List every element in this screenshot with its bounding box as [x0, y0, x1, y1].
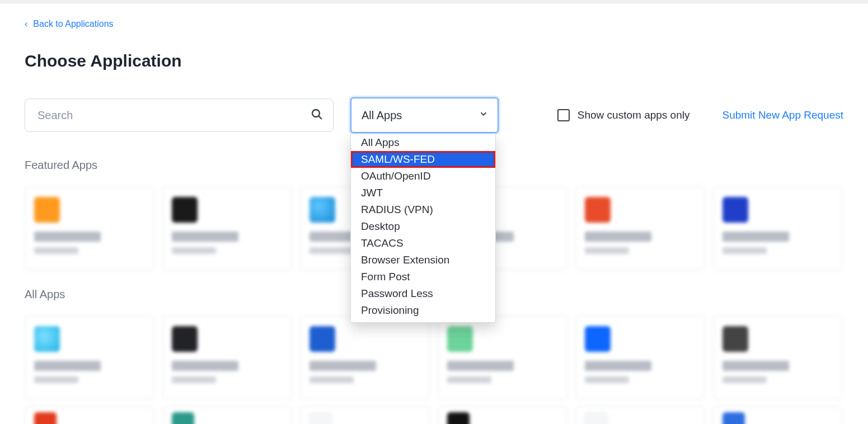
app-name: [172, 232, 238, 242]
app-card[interactable]: [162, 186, 292, 270]
filter-selected-label: All Apps: [362, 109, 402, 121]
app-icon: [585, 412, 607, 424]
app-name: [34, 232, 101, 242]
app-subtitle: [585, 376, 629, 383]
app-name: [309, 361, 376, 371]
search-wrap: [25, 98, 334, 132]
app-icon: [172, 412, 194, 424]
app-icon: [722, 197, 748, 223]
app-subtitle: [34, 376, 78, 383]
app-icon: [447, 326, 473, 352]
custom-only-label: Show custom apps only: [578, 109, 690, 121]
app-icon: [309, 197, 335, 223]
app-name: [172, 361, 238, 371]
app-card[interactable]: [300, 406, 430, 424]
filter-select[interactable]: All Apps All AppsSAML/WS-FEDOAuth/OpenID…: [350, 97, 499, 133]
app-icon: [309, 412, 332, 424]
app-card[interactable]: [438, 315, 567, 399]
app-subtitle: [447, 376, 491, 383]
app-icon: [34, 412, 57, 424]
svg-line-1: [319, 116, 322, 120]
app-card[interactable]: [438, 406, 567, 424]
chevron-down-icon: [478, 109, 489, 122]
app-name: [585, 232, 651, 242]
app-subtitle: [172, 376, 216, 383]
app-name: [585, 361, 651, 371]
back-link-label: Back to Applications: [33, 19, 113, 29]
app-subtitle: [309, 247, 354, 254]
app-card[interactable]: [575, 186, 705, 270]
app-card[interactable]: [25, 186, 154, 270]
filter-option[interactable]: All Apps: [351, 134, 495, 151]
app-card[interactable]: [300, 315, 430, 399]
custom-only-group: Show custom apps only: [557, 109, 690, 121]
all-apps-row-2: [25, 406, 843, 424]
app-icon: [722, 326, 748, 352]
chevron-left-icon: ‹: [25, 20, 27, 29]
app-subtitle: [722, 376, 767, 383]
app-card[interactable]: [25, 315, 154, 399]
app-icon: [309, 326, 335, 352]
filter-select-button[interactable]: All Apps: [350, 97, 499, 133]
app-subtitle: [722, 247, 767, 254]
app-card[interactable]: [575, 406, 705, 424]
custom-only-checkbox[interactable]: [557, 109, 570, 121]
app-card[interactable]: [713, 315, 843, 399]
app-icon: [585, 326, 611, 352]
app-card[interactable]: [575, 315, 705, 399]
page-title: Choose Application: [25, 51, 843, 70]
filter-option[interactable]: Form Post: [351, 268, 495, 285]
filter-option[interactable]: JWT: [351, 185, 495, 201]
search-icon[interactable]: [310, 107, 323, 123]
filter-option[interactable]: Password Less: [351, 285, 495, 302]
app-icon: [172, 326, 198, 352]
app-card[interactable]: [162, 315, 292, 399]
all-apps-row-1: [25, 315, 843, 399]
app-name: [447, 361, 514, 371]
app-card[interactable]: [162, 406, 292, 424]
app-icon: [34, 197, 60, 223]
filter-dropdown[interactable]: All AppsSAML/WS-FEDOAuth/OpenIDJWTRADIUS…: [350, 134, 496, 323]
app-subtitle: [585, 247, 629, 254]
app-icon: [447, 412, 470, 424]
app-subtitle: [34, 247, 78, 254]
filter-option[interactable]: Desktop: [351, 218, 495, 235]
app-icon: [585, 197, 611, 223]
app-subtitle: [172, 247, 216, 254]
app-icon: [722, 412, 745, 424]
app-icon: [172, 197, 198, 223]
filter-option[interactable]: Provisioning: [351, 302, 495, 319]
submit-new-app-link[interactable]: Submit New App Request: [722, 109, 843, 121]
back-to-applications-link[interactable]: ‹ Back to Applications: [25, 19, 114, 29]
app-card[interactable]: [713, 406, 843, 424]
filter-option[interactable]: OAuth/OpenID: [351, 168, 495, 185]
app-card[interactable]: [713, 186, 843, 270]
filter-option[interactable]: RADIUS (VPN): [351, 201, 495, 218]
svg-point-0: [312, 110, 320, 117]
app-name: [722, 232, 789, 242]
filter-option[interactable]: Browser Extension: [351, 252, 495, 268]
app-icon: [34, 326, 60, 352]
search-input[interactable]: [25, 98, 334, 132]
controls-row: All Apps All AppsSAML/WS-FEDOAuth/OpenID…: [25, 97, 843, 133]
app-name: [34, 361, 101, 371]
app-card[interactable]: [25, 406, 154, 424]
app-subtitle: [309, 376, 354, 383]
filter-option[interactable]: TACACS: [351, 235, 495, 252]
filter-option[interactable]: SAML/WS-FED: [351, 151, 495, 168]
app-name: [722, 361, 789, 371]
